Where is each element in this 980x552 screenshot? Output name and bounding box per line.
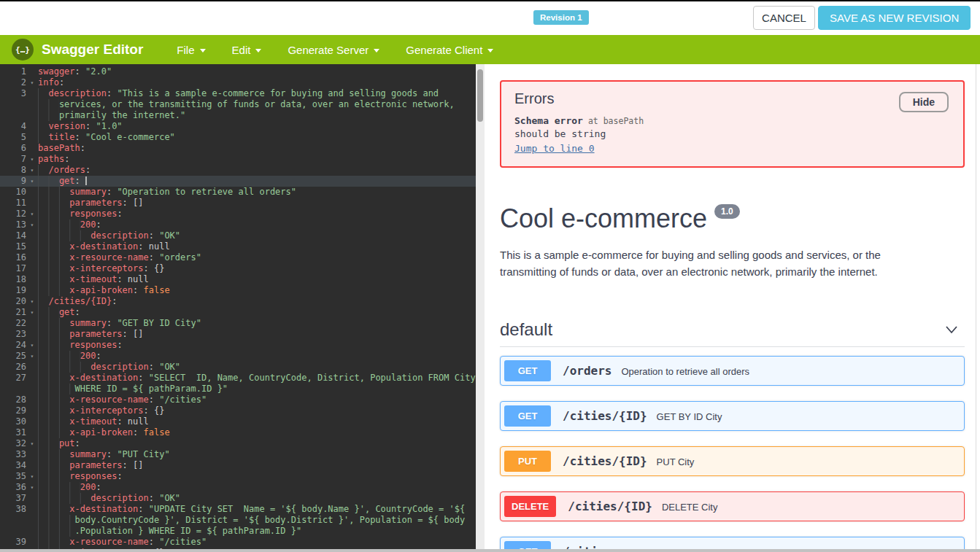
code-line[interactable]: 21▾get: bbox=[0, 307, 476, 318]
code-line[interactable]: 16x-resource-name: "orders" bbox=[0, 252, 476, 263]
cancel-button[interactable]: CANCEL bbox=[753, 6, 815, 30]
code-line[interactable]: 26description: "OK" bbox=[0, 362, 476, 373]
code-text: .Population } WHERE ID = ${ pathParam.ID… bbox=[38, 526, 476, 537]
operation-delete--cities-id-[interactable]: DELETE /cities/{ID} DELETE City bbox=[500, 491, 965, 521]
code-line[interactable]: 36▾200: bbox=[0, 482, 476, 493]
app-title: Swagger Editor bbox=[42, 42, 143, 58]
fold-toggle-icon[interactable]: ▾ bbox=[26, 438, 38, 449]
editor-scrollbar-thumb[interactable] bbox=[477, 69, 483, 122]
fold-toggle-icon[interactable]: ▾ bbox=[26, 307, 38, 318]
api-description: This is a sample e-commerce for buying a… bbox=[500, 246, 927, 280]
fold-spacer bbox=[26, 285, 38, 296]
fold-spacer bbox=[26, 99, 38, 110]
fold-toggle-icon[interactable]: ▾ bbox=[26, 176, 38, 187]
code-line[interactable]: 32▾put: bbox=[0, 438, 476, 449]
code-line[interactable]: 22summary: "GET BY ID City" bbox=[0, 318, 476, 329]
code-line[interactable]: primarily the internet." bbox=[0, 110, 476, 121]
fold-spacer bbox=[26, 362, 38, 373]
line-number: 2 bbox=[0, 77, 26, 88]
line-number bbox=[0, 110, 26, 121]
fold-toggle-icon[interactable]: ▾ bbox=[26, 154, 38, 165]
fold-toggle-icon[interactable]: ▾ bbox=[26, 209, 38, 219]
jump-to-line-link[interactable]: Jump to line 0 bbox=[514, 143, 595, 154]
line-number: 38 bbox=[0, 504, 26, 515]
code-line[interactable]: 6basePath: bbox=[0, 143, 476, 154]
code-line[interactable]: 11parameters: [] bbox=[0, 198, 476, 209]
caret-down-icon bbox=[374, 49, 379, 53]
fold-toggle-icon[interactable]: ▾ bbox=[26, 77, 38, 88]
code-line[interactable]: .Population } WHERE ID = ${ pathParam.ID… bbox=[0, 526, 476, 537]
code-line[interactable]: 2▾info: bbox=[0, 77, 476, 88]
code-text: get: bbox=[38, 307, 476, 318]
code-line[interactable]: 14description: "OK" bbox=[0, 230, 476, 241]
operation-get--cities-id-[interactable]: GET /cities/{ID} GET BY ID City bbox=[500, 401, 965, 431]
code-line[interactable]: 23parameters: [] bbox=[0, 329, 476, 340]
code-line[interactable]: 28x-resource-name: "/cities" bbox=[0, 394, 476, 405]
fold-toggle-icon[interactable]: ▾ bbox=[26, 351, 38, 362]
save-as-new-revision-button[interactable]: SAVE AS NEW REVISION bbox=[818, 6, 971, 30]
code-line[interactable]: 13▾200: bbox=[0, 219, 476, 230]
chevron-down-icon bbox=[944, 322, 959, 337]
operation-summary: DELETE City bbox=[662, 500, 718, 513]
code-line[interactable]: 4version: "1.0" bbox=[0, 121, 476, 132]
code-line[interactable]: 8▾/orders: bbox=[0, 165, 476, 176]
code-line[interactable]: 15x-destination: null bbox=[0, 241, 476, 252]
code-line[interactable]: 18x-timeout: null bbox=[0, 274, 476, 285]
code-line[interactable]: 7▾paths: bbox=[0, 154, 476, 165]
fold-toggle-icon[interactable]: ▾ bbox=[26, 165, 38, 176]
code-line[interactable]: 25▾200: bbox=[0, 351, 476, 362]
code-line[interactable]: 33summary: "PUT City" bbox=[0, 449, 476, 460]
code-line[interactable]: 12▾responses: bbox=[0, 209, 476, 219]
code-line[interactable]: 38x-destination: "UPDATE City SET Name =… bbox=[0, 504, 476, 515]
code-line[interactable]: 39x-resource-name: "/cities" bbox=[0, 537, 476, 548]
operation-get--orders[interactable]: GET /orders Operation to retrieve all or… bbox=[500, 356, 965, 386]
operation-path: /cities/{ID} bbox=[563, 409, 647, 423]
tag-header[interactable]: default bbox=[500, 319, 965, 347]
api-title: Cool e-commerce bbox=[500, 203, 707, 234]
code-line[interactable]: 27x-destination: "SELECT ID, Name, Count… bbox=[0, 373, 476, 384]
code-editor[interactable]: 1swagger: "2.0"2▾info:3description: "Thi… bbox=[0, 64, 476, 552]
code-text: x-resource-name: "/cities" bbox=[38, 537, 476, 548]
code-line[interactable]: 29x-interceptors: {} bbox=[0, 405, 476, 416]
code-line[interactable]: 35▾responses: bbox=[0, 471, 476, 482]
error-name: Schema error bbox=[514, 115, 583, 126]
code-line[interactable]: 19x-api-broken: false bbox=[0, 285, 476, 296]
operation-summary: Operation to retrieve all orders bbox=[621, 365, 749, 377]
code-line[interactable]: body.CountryCode }', District = '${ body… bbox=[0, 515, 476, 526]
code-line[interactable]: 24▾responses: bbox=[0, 340, 476, 351]
code-line[interactable]: 10summary: "Operation to retrieve all or… bbox=[0, 187, 476, 198]
fold-toggle-icon[interactable]: ▾ bbox=[26, 340, 38, 351]
operation-put--cities-id-[interactable]: PUT /cities/{ID} PUT City bbox=[500, 446, 965, 476]
code-line[interactable]: 30x-timeout: null bbox=[0, 416, 476, 427]
code-text: x-timeout: null bbox=[38, 416, 476, 427]
code-line[interactable]: 9▾get: bbox=[0, 176, 476, 187]
line-number bbox=[0, 515, 26, 526]
fold-toggle-icon[interactable]: ▾ bbox=[26, 471, 38, 482]
menu-file[interactable]: File bbox=[177, 44, 205, 56]
hide-errors-button[interactable]: Hide bbox=[899, 92, 949, 112]
fold-spacer bbox=[26, 263, 38, 274]
code-text: basePath: bbox=[38, 143, 476, 154]
menu-generate-client[interactable]: Generate Client bbox=[406, 44, 493, 56]
fold-toggle-icon[interactable]: ▾ bbox=[26, 219, 38, 230]
line-number: 10 bbox=[0, 187, 26, 198]
menu-generate-server[interactable]: Generate Server bbox=[288, 44, 379, 56]
fold-toggle-icon[interactable]: ▾ bbox=[26, 296, 38, 307]
code-line[interactable]: 1swagger: "2.0" bbox=[0, 66, 476, 77]
fold-spacer bbox=[26, 230, 38, 241]
code-line[interactable]: 17x-interceptors: {} bbox=[0, 263, 476, 274]
menu-edit[interactable]: Edit bbox=[232, 44, 262, 56]
editor-scrollbar[interactable] bbox=[476, 64, 485, 552]
code-line[interactable]: 31x-api-broken: false bbox=[0, 427, 476, 438]
code-line[interactable]: services, or the transmitting of funds o… bbox=[0, 99, 476, 110]
code-text: info: bbox=[38, 77, 476, 88]
code-text: /orders: bbox=[38, 165, 476, 176]
code-line[interactable]: 5title: "Cool e-commerce" bbox=[0, 132, 476, 143]
fold-toggle-icon[interactable]: ▾ bbox=[26, 482, 38, 493]
code-line[interactable]: 37description: "OK" bbox=[0, 493, 476, 504]
code-line[interactable]: 34parameters: [] bbox=[0, 460, 476, 471]
code-line[interactable]: WHERE ID = ${ pathParam.ID }" bbox=[0, 384, 476, 394]
code-line[interactable]: 20▾/cities/{ID}: bbox=[0, 296, 476, 307]
code-line[interactable]: 3description: "This is a sample e-commer… bbox=[0, 88, 476, 99]
fold-spacer bbox=[26, 405, 38, 416]
